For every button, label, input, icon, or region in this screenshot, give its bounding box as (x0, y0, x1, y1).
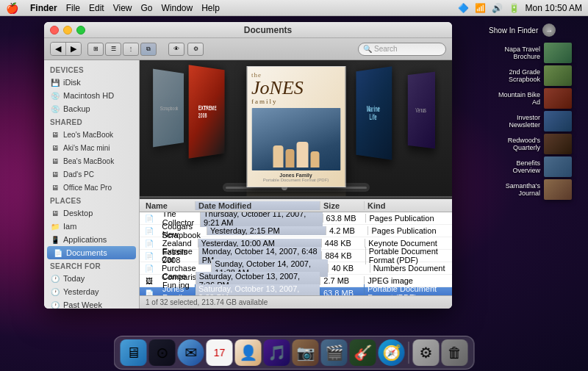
devices-header: DEVICES (44, 63, 139, 76)
today-icon: 🕐 (50, 273, 60, 284)
sidebar-item-yesterday[interactable]: 🕐 Yesterday (44, 285, 139, 298)
column-header-date[interactable]: Date Modified (195, 201, 320, 210)
dock-iphoto[interactable]: 📷 (293, 339, 319, 366)
addressbook-icon: 👤 (239, 344, 257, 361)
battery-icon: 🔋 (509, 3, 520, 13)
stack-item-redwoods[interactable]: Redwood's Quarterly (489, 134, 572, 154)
stack-preview-investor (544, 111, 572, 132)
menu-window[interactable]: Window (162, 3, 193, 13)
column-header-kind[interactable]: Kind (364, 201, 452, 210)
search-placeholder: Search (374, 45, 398, 53)
window-title: Documents (90, 25, 446, 35)
coverflow-item-left2[interactable]: Scrapbook (153, 69, 184, 148)
folder-icon: 📁 (50, 221, 60, 231)
sidebar-item-macintoshhd[interactable]: 💿 Macintosh HD (44, 89, 139, 102)
computer-icon: 🖥 (50, 129, 60, 140)
column-header-size[interactable]: Size (320, 201, 364, 210)
hd-icon: 💿 (50, 90, 60, 101)
apps-icon: 📱 (50, 234, 60, 245)
sidebar-item-documents[interactable]: 📄 Documents (47, 246, 136, 259)
quicklook-button[interactable]: 👁 (168, 43, 184, 56)
dock-safari[interactable]: 🧭 (379, 339, 405, 366)
show-in-finder-icon: → (542, 24, 556, 37)
minimize-button[interactable] (63, 26, 72, 35)
menu-go[interactable]: Go (141, 3, 153, 13)
dock-finder[interactable]: 🖥 (121, 339, 147, 366)
column-view-button[interactable]: ⋮ (123, 43, 139, 56)
dock-mail[interactable]: ✉ (178, 339, 204, 366)
coverflow-item-center[interactable]: the JoNES family (246, 66, 345, 196)
sidebar-item-idisk[interactable]: 💾 iDisk (44, 76, 139, 89)
mail-icon: ✉ (184, 344, 197, 361)
search-header: SEARCH FOR (44, 259, 139, 272)
stack-item-grade[interactable]: 2nd Grade Scrapbook (489, 65, 572, 86)
dock-garageband[interactable]: 🎸 (350, 339, 376, 366)
menu-edit[interactable]: Edit (89, 3, 104, 13)
sidebar-item-aki[interactable]: 🖥 Aki's Mac mini (44, 141, 139, 154)
stack-item-bike[interactable]: Mountain Bike Ad (489, 88, 572, 109)
file-icon: 📄 (144, 288, 154, 295)
file-row-selected[interactable]: 📄 Jones Family Saturday, October 13, 200… (140, 287, 452, 295)
status-bar: 1 of 32 selected, 213.74 GB available (140, 295, 452, 309)
close-button[interactable] (50, 26, 59, 35)
computer-icon-3: 🖥 (50, 156, 60, 166)
documents-icon: 📄 (53, 248, 63, 258)
coverflow-item-right2[interactable]: Venus (408, 72, 435, 149)
dock-itunes[interactable]: 🎵 (264, 339, 290, 366)
dock-addressbook[interactable]: 👤 (235, 339, 262, 366)
sidebar-item-desktop[interactable]: 🖥 Desktop (44, 206, 139, 220)
stack-preview-redwoods (544, 134, 572, 154)
iphoto-icon: 📷 (296, 344, 315, 361)
menu-view[interactable]: View (113, 3, 132, 13)
dock: 🖥 ⊙ ✉ 17 👤 🎵 📷 🎬 🎸 (114, 336, 475, 370)
apple-menu[interactable]: 🍎 (6, 2, 18, 14)
stack-preview-napa (544, 43, 572, 63)
forward-button[interactable]: ▶ (66, 43, 81, 55)
sidebar-item-backup[interactable]: 💿 Backup (44, 102, 139, 115)
action-button[interactable]: ⚙ (187, 43, 204, 56)
dock-sysprefs[interactable]: ⚙ (413, 339, 440, 366)
sidebar-item-applications[interactable]: 📱 Applications (44, 233, 139, 246)
dock-trash[interactable]: 🗑 (442, 339, 468, 366)
shared-header: SHARED (44, 115, 139, 128)
dashboard-icon: ⊙ (156, 344, 168, 361)
dock-imovie[interactable]: 🎬 (321, 339, 348, 366)
back-button[interactable]: ◀ (51, 43, 66, 55)
dock-dashboard[interactable]: ⊙ (149, 339, 176, 366)
sidebar-item-bea[interactable]: 🖥 Bea's MacBook (44, 154, 139, 168)
backup-icon: 💿 (50, 104, 60, 114)
coverflow-area[interactable]: Scrapbook EXTREME2008 (140, 60, 452, 196)
finder-titlebar: Documents (44, 22, 452, 38)
maximize-button[interactable] (76, 26, 85, 35)
stack-item-journal[interactable]: Samantha's Journal (489, 179, 572, 200)
show-in-finder-button[interactable]: Show In Finder → (489, 24, 572, 37)
stack-item-investor[interactable]: Investor Newsletter (489, 111, 572, 132)
show-in-finder-label: Show In Finder (489, 26, 538, 35)
coverflow-item-right1[interactable]: Marine Life (356, 66, 392, 159)
menubar: 🍎 Finder File Edit View Go Window Help 🔷… (0, 0, 588, 16)
sidebar-item-leo[interactable]: 🖥 Leo's MacBook (44, 128, 139, 141)
sidebar-item-today[interactable]: 🕐 Today (44, 272, 139, 285)
menu-help[interactable]: Help (201, 3, 220, 13)
dock-ical[interactable]: 17 (207, 339, 233, 366)
computer-icon-4: 🖥 (50, 169, 60, 179)
column-header-name[interactable]: Name (140, 201, 195, 210)
back-forward-buttons[interactable]: ◀ ▶ (50, 42, 82, 56)
coverflow-item-left1[interactable]: EXTREME2008 (189, 65, 225, 158)
view-mode-buttons: ⊞ ☰ ⋮ ⧉ (87, 43, 157, 56)
list-view-button[interactable]: ☰ (105, 43, 121, 56)
menu-file[interactable]: File (66, 3, 80, 13)
sidebar-item-dad[interactable]: 🖥 Dad's PC (44, 168, 139, 181)
sidebar-item-pastweek[interactable]: 🕐 Past Week (44, 298, 139, 309)
coverflow-view-button[interactable]: ⧉ (140, 43, 157, 56)
search-icon: 🔍 (363, 45, 372, 53)
sidebar-item-office[interactable]: 🖥 Office Mac Pro (44, 181, 139, 194)
stack-item-napa[interactable]: Napa Travel Brochure (489, 43, 572, 63)
icon-view-button[interactable]: ⊞ (87, 43, 104, 56)
stack-item-benefits[interactable]: Benefits Overview (489, 156, 572, 177)
trash-icon: 🗑 (448, 345, 462, 361)
search-box[interactable]: 🔍 Search (358, 43, 446, 56)
sidebar-item-iam[interactable]: 📁 Iam (44, 220, 139, 233)
menu-finder[interactable]: Finder (30, 3, 57, 13)
file-list-header: Name Date Modified Size Kind (140, 199, 452, 212)
